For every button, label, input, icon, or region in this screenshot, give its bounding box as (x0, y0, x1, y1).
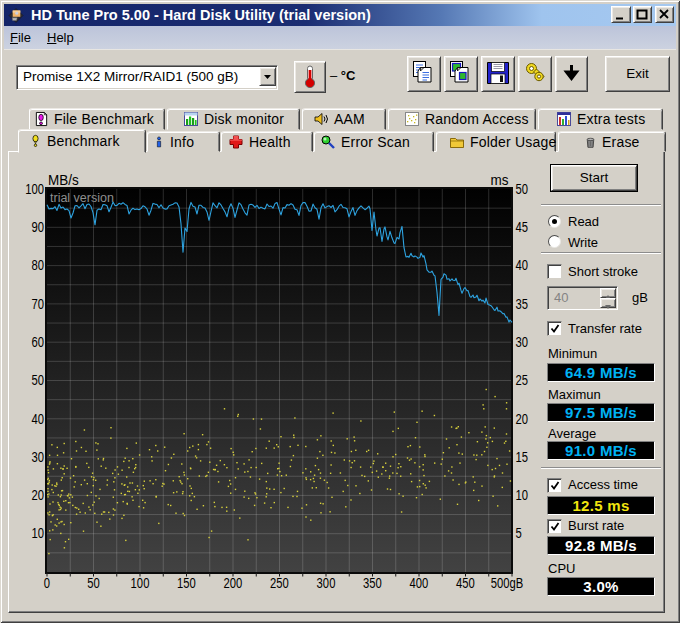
svg-text:0: 0 (44, 575, 50, 592)
svg-text:5: 5 (515, 525, 521, 542)
svg-text:40: 40 (515, 257, 528, 274)
svg-text:150: 150 (177, 575, 196, 592)
svg-text:90: 90 (31, 219, 44, 236)
svg-text:40: 40 (31, 410, 44, 427)
svg-text:100: 100 (131, 575, 150, 592)
svg-text:30: 30 (31, 448, 44, 465)
svg-text:500gB: 500gB (491, 575, 524, 592)
svg-text:20: 20 (31, 487, 44, 504)
svg-text:50: 50 (515, 180, 528, 197)
svg-text:200: 200 (224, 575, 243, 592)
svg-text:MB/s: MB/s (48, 171, 79, 188)
svg-text:450: 450 (456, 575, 475, 592)
svg-text:70: 70 (31, 295, 44, 312)
svg-text:300: 300 (317, 575, 336, 592)
svg-text:50: 50 (31, 372, 44, 389)
svg-text:15: 15 (515, 448, 528, 465)
svg-text:400: 400 (410, 575, 429, 592)
svg-text:30: 30 (515, 333, 528, 350)
svg-text:80: 80 (31, 257, 44, 274)
svg-text:trial version: trial version (50, 191, 114, 205)
svg-text:60: 60 (31, 333, 44, 350)
svg-text:10: 10 (31, 525, 44, 542)
svg-text:ms: ms (491, 171, 509, 188)
svg-text:250: 250 (270, 575, 289, 592)
svg-text:35: 35 (515, 295, 528, 312)
svg-text:100: 100 (25, 180, 44, 197)
svg-text:10: 10 (515, 487, 528, 504)
svg-text:50: 50 (87, 575, 100, 592)
svg-text:20: 20 (515, 410, 528, 427)
svg-text:45: 45 (515, 219, 528, 236)
svg-text:350: 350 (363, 575, 382, 592)
svg-text:25: 25 (515, 372, 528, 389)
